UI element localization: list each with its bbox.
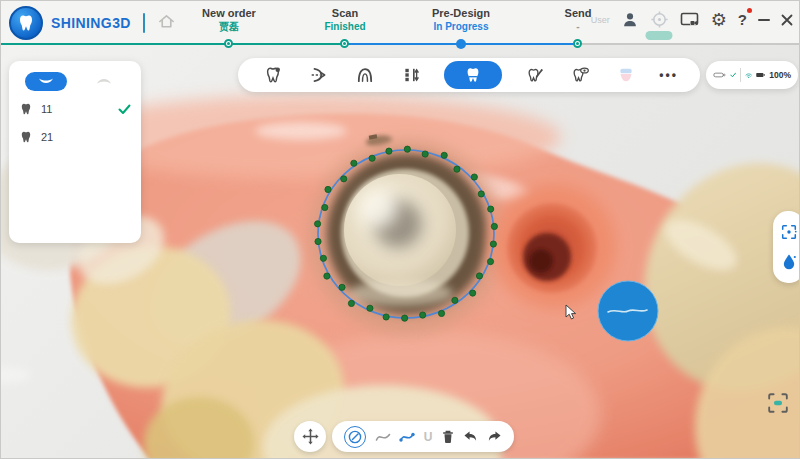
tooth-edit-icon — [526, 66, 544, 84]
margin-line-icon — [464, 66, 482, 84]
tooth-icon — [19, 130, 33, 144]
upper-arch-icon — [36, 75, 56, 87]
redo-icon — [487, 430, 502, 443]
progress-dot-send — [573, 39, 582, 48]
step-pre-design[interactable]: Pre-Design In Progress — [432, 7, 490, 33]
battery-icon — [756, 70, 765, 80]
tooth-row-21[interactable]: 21 — [17, 125, 133, 149]
bite-check-button[interactable] — [306, 62, 332, 88]
viewport-3d[interactable]: 11 21 — [1, 45, 800, 459]
device-status: 100% — [706, 61, 798, 89]
tooth-icon — [19, 102, 33, 116]
progress-done-segment — [1, 43, 345, 45]
tab-upper-arch[interactable] — [25, 72, 67, 91]
occlusion-compare-icon — [402, 66, 420, 84]
trash-icon — [441, 429, 455, 444]
draw-margin-button[interactable] — [344, 426, 366, 448]
free-curve-button[interactable] — [375, 430, 391, 444]
frame-capture-button[interactable] — [764, 390, 792, 416]
view-tools-pill — [773, 211, 800, 283]
more-tools-button[interactable]: ••• — [659, 68, 678, 82]
progress-pending-segment — [578, 43, 800, 45]
main-toolbar: ••• — [238, 58, 700, 92]
arch-view-icon — [356, 66, 374, 84]
margin-edit-toolbar: U — [332, 421, 514, 452]
check-icon — [118, 104, 131, 115]
redo-button[interactable] — [487, 430, 502, 443]
free-curve-icon — [375, 430, 391, 444]
step-scan[interactable]: Scan Finished — [324, 7, 365, 33]
fit-view-button[interactable] — [780, 223, 798, 241]
help-icon[interactable]: ? — [738, 11, 747, 28]
bite-check-icon — [310, 66, 328, 84]
scanner-icon — [713, 69, 726, 81]
occlusion-compare-button[interactable] — [398, 62, 424, 88]
pan-icon — [301, 427, 320, 446]
minimize-icon[interactable] — [758, 19, 770, 21]
draw-margin-icon — [347, 429, 363, 445]
tooth-inspect-button[interactable] — [567, 62, 593, 88]
water-drop-icon — [781, 253, 797, 271]
delete-button[interactable] — [441, 429, 455, 444]
texture-icon — [617, 66, 635, 84]
calibration-target-icon[interactable] — [650, 10, 669, 29]
brush-cursor — [598, 281, 658, 341]
tooth-row-11[interactable]: 11 — [17, 97, 133, 121]
margin-line-button[interactable] — [444, 61, 502, 89]
progress-dot-pre-design — [456, 39, 466, 49]
notification-dot — [747, 8, 752, 13]
tooth-inspect-icon — [571, 66, 589, 84]
close-icon[interactable] — [781, 14, 793, 26]
frame-capture-icon — [767, 392, 789, 414]
lower-arch-icon — [94, 75, 114, 87]
scanner-ok-icon — [730, 70, 736, 80]
step-send[interactable]: Send - — [565, 7, 592, 33]
progress-dot-new-order — [224, 39, 233, 48]
tooth-info-button[interactable] — [260, 62, 286, 88]
user-icon[interactable] — [621, 11, 639, 29]
workflow-steps: New order 贾磊 Scan Finished Pre-Design In… — [1, 1, 641, 45]
user-name-label: User — [591, 15, 610, 25]
arch-view-button[interactable] — [352, 62, 378, 88]
tooth-info-icon — [264, 66, 282, 84]
fit-view-icon — [780, 223, 798, 241]
tab-lower-arch[interactable] — [83, 72, 125, 91]
screen-share-icon[interactable] — [680, 11, 700, 29]
progress-dot-scan — [340, 39, 349, 48]
settings-gear-icon[interactable]: ⚙ — [711, 11, 727, 29]
divider — [740, 68, 741, 82]
undo-button[interactable] — [463, 430, 478, 443]
spline-edit-icon — [399, 430, 415, 444]
undo-icon — [463, 430, 478, 443]
battery-percent: 100% — [769, 70, 791, 80]
tooth-edit-button[interactable] — [522, 62, 548, 88]
drop-tool-button[interactable] — [781, 253, 797, 271]
u-tool-button[interactable]: U — [424, 430, 433, 444]
step-new-order[interactable]: New order 贾磊 — [202, 7, 256, 33]
teeth-panel: 11 21 — [9, 61, 141, 243]
spline-edit-button[interactable] — [399, 430, 415, 444]
version-badge — [646, 31, 673, 40]
wifi-icon — [745, 70, 752, 81]
app-window: SHINING3D New order 贾磊 Scan Finished Pre… — [0, 0, 800, 459]
pan-button[interactable] — [294, 421, 326, 452]
top-bar: SHINING3D New order 贾磊 Scan Finished Pre… — [1, 1, 800, 45]
texture-button-disabled — [613, 62, 639, 88]
